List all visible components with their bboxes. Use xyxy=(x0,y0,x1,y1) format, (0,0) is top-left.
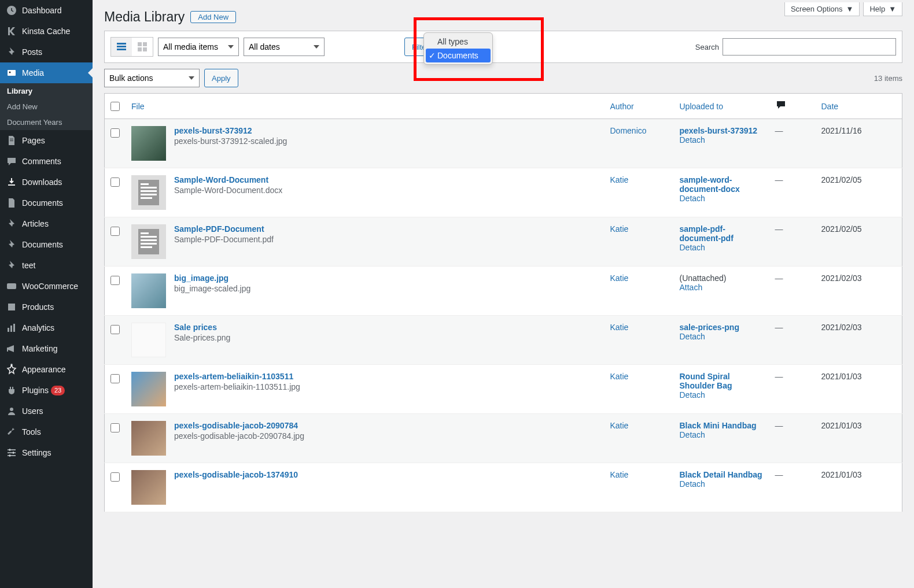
sidebar-item-kinsta-cache[interactable]: Kinsta Cache xyxy=(0,21,93,42)
detach-link[interactable]: Detach xyxy=(680,479,705,489)
svg-rect-32 xyxy=(141,232,149,234)
sidebar-item-documents[interactable]: Documents xyxy=(0,193,93,213)
attach-link[interactable]: Attach xyxy=(680,283,703,292)
sidebar-item-settings[interactable]: Settings xyxy=(0,442,93,463)
detach-link[interactable]: Detach xyxy=(680,430,705,439)
file-title-link[interactable]: pexels-artem-beliaikin-1103511 xyxy=(174,372,293,381)
svg-rect-22 xyxy=(143,42,147,46)
sidebar-item-tools[interactable]: Tools xyxy=(0,421,93,442)
sidebar-item-downloads[interactable]: Downloads xyxy=(0,172,93,193)
sidebar-item-label: Products xyxy=(22,302,54,312)
sidebar-subitem-library[interactable]: Library xyxy=(0,83,93,99)
select-all-checkbox[interactable] xyxy=(110,102,120,111)
col-date[interactable]: Date xyxy=(816,94,902,119)
sidebar-item-articles[interactable]: Articles xyxy=(0,213,93,234)
media-items-filter[interactable]: All media items xyxy=(158,38,239,56)
row-checkbox[interactable] xyxy=(110,177,120,187)
media-thumbnail[interactable] xyxy=(131,126,166,161)
author-link[interactable]: Domenico xyxy=(610,126,647,135)
detach-link[interactable]: Detach xyxy=(680,194,705,203)
dates-filter[interactable]: All dates xyxy=(244,38,325,56)
author-link[interactable]: Katie xyxy=(610,421,629,430)
row-checkbox[interactable] xyxy=(110,128,120,138)
bulk-actions-select[interactable]: Bulk actions xyxy=(104,69,200,87)
detach-link[interactable]: Detach xyxy=(680,390,705,400)
file-title-link[interactable]: Sample-PDF-Document xyxy=(174,224,264,234)
uploaded-link[interactable]: pexels-burst-373912 xyxy=(680,126,764,135)
row-checkbox[interactable] xyxy=(110,276,120,285)
file-title-link[interactable]: pexels-godisable-jacob-1374910 xyxy=(174,470,298,479)
author-link[interactable]: Katie xyxy=(610,323,629,332)
media-thumbnail[interactable] xyxy=(131,224,166,259)
search-input[interactable] xyxy=(723,38,896,56)
media-thumbnail[interactable] xyxy=(131,273,166,308)
table-row: big_image.jpgbig_image-scaled.jpgKatie(U… xyxy=(105,267,902,316)
sidebar-item-users[interactable]: Users xyxy=(0,401,93,421)
file-title-link[interactable]: Sale prices xyxy=(174,323,217,332)
col-author[interactable]: Author xyxy=(605,94,674,119)
media-thumbnail[interactable] xyxy=(131,175,166,210)
sidebar-item-label: Marketing xyxy=(22,344,57,353)
sidebar-subitem-document-years[interactable]: Document Years xyxy=(0,114,93,130)
sidebar-item-pages[interactable]: Pages xyxy=(0,130,93,151)
help-tab[interactable]: Help ▼ xyxy=(863,2,902,16)
detach-link[interactable]: Detach xyxy=(680,135,705,145)
file-name: Sample-Word-Document.docx xyxy=(174,186,282,195)
sidebar-item-marketing[interactable]: Marketing xyxy=(0,338,93,359)
uploaded-link[interactable]: sample-pdf-document-pdf xyxy=(680,224,764,243)
type-option-documents[interactable]: Documents xyxy=(426,49,491,62)
sidebar-item-documents[interactable]: Documents xyxy=(0,234,93,255)
grid-view-button[interactable] xyxy=(132,38,153,56)
screen-options-tab[interactable]: Screen Options ▼ xyxy=(784,2,860,16)
sidebar-subitem-add-new[interactable]: Add New xyxy=(0,99,93,114)
svg-rect-19 xyxy=(117,46,126,47)
row-checkbox[interactable] xyxy=(110,227,120,236)
sidebar-item-label: Downloads xyxy=(22,177,62,187)
media-thumbnail[interactable] xyxy=(131,323,166,357)
type-option-all[interactable]: All types xyxy=(426,35,491,49)
sidebar-item-dashboard[interactable]: Dashboard xyxy=(0,0,93,21)
sidebar-item-products[interactable]: Products xyxy=(0,297,93,317)
col-comments[interactable] xyxy=(769,94,816,119)
apply-button[interactable]: Apply xyxy=(204,69,238,87)
sidebar-item-appearance[interactable]: Appearance xyxy=(0,359,93,380)
author-link[interactable]: Katie xyxy=(610,470,629,479)
uploaded-link[interactable]: sale-prices-png xyxy=(680,323,764,332)
author-link[interactable]: Katie xyxy=(610,175,629,184)
file-title-link[interactable]: big_image.jpg xyxy=(174,273,228,283)
sidebar-item-media[interactable]: Media xyxy=(0,62,93,83)
media-thumbnail[interactable] xyxy=(131,421,166,456)
file-title-link[interactable]: Sample-Word-Document xyxy=(174,175,268,184)
sidebar-item-comments[interactable]: Comments xyxy=(0,151,93,172)
uploaded-link[interactable]: sample-word-document-docx xyxy=(680,175,764,194)
sidebar-item-posts[interactable]: Posts xyxy=(0,42,93,62)
sidebar-item-analytics[interactable]: Analytics xyxy=(0,317,93,338)
row-checkbox[interactable] xyxy=(110,423,120,432)
uploaded-link[interactable]: Black Mini Handbag xyxy=(680,421,764,430)
col-uploaded[interactable]: Uploaded to xyxy=(674,94,769,119)
row-checkbox[interactable] xyxy=(110,374,120,383)
sidebar-item-teet[interactable]: teet xyxy=(0,255,93,276)
comments-count: — xyxy=(769,463,816,512)
detach-link[interactable]: Detach xyxy=(680,332,705,341)
uploaded-link[interactable]: Black Detail Handbag xyxy=(680,470,764,479)
media-thumbnail[interactable] xyxy=(131,372,166,406)
file-title-link[interactable]: pexels-godisable-jacob-2090784 xyxy=(174,421,298,430)
detach-link[interactable]: Detach xyxy=(680,243,705,252)
author-link[interactable]: Katie xyxy=(610,273,629,283)
sidebar-item-plugins[interactable]: Plugins23 xyxy=(0,380,93,401)
list-view-button[interactable] xyxy=(111,38,132,56)
uploaded-link[interactable]: Round Spiral Shoulder Bag xyxy=(680,372,764,390)
woo-icon xyxy=(6,280,17,292)
add-new-button[interactable]: Add New xyxy=(190,11,236,23)
row-checkbox[interactable] xyxy=(110,472,120,482)
col-file[interactable]: File xyxy=(126,94,605,119)
author-link[interactable]: Katie xyxy=(610,224,629,234)
svg-rect-6 xyxy=(8,304,15,310)
comments-count: — xyxy=(769,168,816,217)
sidebar-item-woocommerce[interactable]: WooCommerce xyxy=(0,276,93,297)
file-title-link[interactable]: pexels-burst-373912 xyxy=(174,126,252,135)
media-thumbnail[interactable] xyxy=(131,470,166,505)
row-checkbox[interactable] xyxy=(110,325,120,334)
author-link[interactable]: Katie xyxy=(610,372,629,381)
